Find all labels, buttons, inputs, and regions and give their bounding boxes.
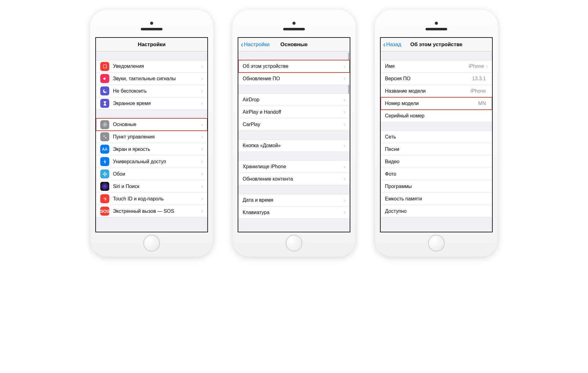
home-button[interactable] [143,235,160,252]
svg-rect-0 [103,65,106,68]
accessibility-icon [100,157,109,166]
chevron-right-icon: › [201,195,203,202]
chevron-left-icon: ‹ [383,41,386,48]
fingerprint-icon [100,194,109,203]
settings-row-display[interactable]: AA Экран и яркость › [96,143,207,156]
about-row-photos[interactable]: Фото [381,168,492,180]
about-row-model-number[interactable]: Номер модели MN [381,97,492,110]
row-label: Дата и время [243,197,344,203]
chevron-right-icon: › [201,121,203,128]
chevron-right-icon: › [344,97,345,103]
settings-row-general[interactable]: Основные › [96,118,207,131]
row-label: Серийный номер [385,113,486,119]
row-label: Экранное время [113,101,201,106]
row-value: iPhone [469,64,484,69]
row-label: Уведомления [113,64,201,69]
general-row-keyboard[interactable]: Клавиатура › [238,206,350,219]
chevron-right-icon: › [201,88,203,94]
back-button[interactable]: ‹ Настройки [241,41,270,48]
row-label: Siri и Поиск [113,184,201,189]
about-row-version[interactable]: Версия ПО 13.3.1 [381,72,492,85]
about-row-serial[interactable]: Серийный номер [381,110,492,122]
general-row-storage[interactable]: Хранилище iPhone › [238,160,350,173]
back-button[interactable]: ‹ Назад [383,41,401,48]
about-row-videos[interactable]: Видео [381,156,492,168]
general-row-home-button[interactable]: Кнопка «Домой» › [238,139,350,152]
settings-row-dnd[interactable]: Не беспокоить › [96,85,207,97]
general-row-carplay[interactable]: CarPlay › [238,118,350,131]
about-row-name[interactable]: Имя iPhone › [381,60,492,72]
navbar-general: ‹ Настройки Основные [238,38,350,51]
row-label: Touch ID и код-пароль [113,196,201,202]
chevron-right-icon: › [201,100,203,107]
svg-point-4 [104,160,105,161]
row-value: 13.3.1 [472,76,486,81]
settings-row-wallpaper[interactable]: Обои › [96,168,207,180]
home-button[interactable] [428,235,445,252]
row-label: CarPlay [243,122,344,127]
navbar-title: Настройки [138,42,166,48]
general-row-background-refresh[interactable]: Обновление контента › [238,173,350,185]
screen-general: ‹ Настройки Основные Об этом устройстве … [238,37,350,232]
general-row-airdrop[interactable]: AirDrop › [238,94,350,106]
chevron-right-icon: › [201,171,203,177]
settings-row-touchid[interactable]: Touch ID и код-пароль › [96,193,207,205]
row-label: Песни [385,147,488,152]
settings-row-accessibility[interactable]: Универсальный доступ › [96,156,207,168]
svg-point-5 [104,173,106,175]
row-label: Звуки, тактильные сигналы [113,76,201,81]
navbar-title: Основные [280,42,308,48]
settings-row-sos[interactable]: SOS Экстренный вызов — SOS › [96,205,207,217]
phone-mockup-3: ‹ Назад Об этом устройстве Имя iPhone › … [374,9,498,257]
svg-point-2 [103,135,105,137]
chevron-right-icon: › [486,63,488,70]
moon-icon [100,86,109,95]
chevron-right-icon: › [344,164,345,170]
row-label: Об этом устройстве [243,64,344,69]
settings-row-notifications[interactable]: Уведомления › [96,60,207,72]
hourglass-icon [100,99,109,108]
general-row-date-time[interactable]: Дата и время › [238,194,350,206]
settings-row-sounds[interactable]: Звуки, тактильные сигналы › [96,72,207,85]
row-label: Доступно [385,208,488,214]
about-row-network[interactable]: Сеть [381,131,492,143]
chevron-right-icon: › [344,176,345,182]
chevron-right-icon: › [201,208,203,214]
svg-point-9 [106,173,107,175]
navbar-settings: Настройки [96,38,207,51]
row-label: Экран и яркость [113,147,201,152]
general-row-about[interactable]: Об этом устройстве › [238,60,350,72]
row-label: Программы [385,184,488,189]
general-list[interactable]: Об этом устройстве › Обновление ПО › Air… [238,51,350,232]
chevron-right-icon: › [201,75,203,82]
about-row-songs[interactable]: Песни [381,143,492,156]
row-label: Название модели [385,88,470,94]
about-row-model-name[interactable]: Название модели iPhone [381,85,492,97]
about-list[interactable]: Имя iPhone › Версия ПО 13.3.1 Название м… [381,51,492,232]
settings-row-control-center[interactable]: Пункт управления › [96,131,207,143]
row-label: Обои [113,171,201,177]
chevron-right-icon: › [344,109,345,115]
about-row-available[interactable]: Доступно [381,205,492,217]
sliders-icon [100,132,109,141]
settings-row-siri[interactable]: Siri и Поиск › [96,180,207,193]
row-value: MN [478,101,486,106]
screen-settings: Настройки Уведомления › Звуки, тактильны… [95,37,208,232]
row-label: Экстренный вызов — SOS [113,208,201,214]
about-row-apps[interactable]: Программы [381,180,492,193]
chevron-right-icon: › [344,75,345,82]
row-label: Емкость памяти [385,196,488,202]
chevron-right-icon: › [344,121,345,128]
general-row-airplay[interactable]: AirPlay и Handoff › [238,106,350,118]
settings-row-screentime[interactable]: Экранное время › [96,97,207,110]
home-button[interactable] [286,235,302,252]
gear-icon [100,120,109,129]
general-row-software-update[interactable]: Обновление ПО › [238,72,350,85]
chevron-right-icon: › [201,158,203,165]
row-label: Не беспокоить [113,88,201,94]
settings-list[interactable]: Уведомления › Звуки, тактильные сигналы … [96,51,207,232]
chevron-right-icon: › [344,209,345,216]
row-label: Хранилище iPhone [243,164,344,169]
about-row-capacity[interactable]: Емкость памяти [381,193,492,205]
chevron-right-icon: › [201,63,203,70]
